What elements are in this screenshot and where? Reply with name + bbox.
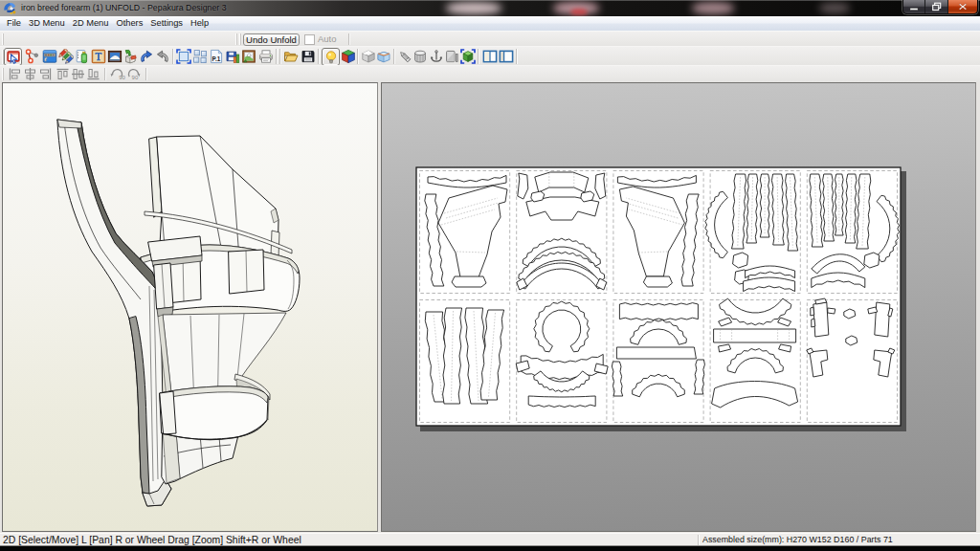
auto-checkbox[interactable] (304, 34, 315, 45)
pattern-piece[interactable] (443, 308, 462, 404)
pattern-piece[interactable] (531, 191, 545, 202)
pattern-piece[interactable] (811, 307, 814, 316)
3d-model[interactable] (57, 120, 300, 506)
rotate-ccw-90-icon[interactable]: 90 (109, 67, 123, 81)
material-notepad-icon[interactable] (75, 49, 90, 64)
pattern-piece[interactable] (452, 276, 486, 287)
toolbar-grip (2, 33, 4, 45)
edit-pens-icon[interactable] (58, 49, 74, 64)
statusbar: 2D [Select/Move] L [Pan] R or Wheel Drag… (0, 533, 980, 546)
toolbar-separator (276, 49, 278, 64)
toolbar-separator (478, 49, 479, 64)
page-p1-icon[interactable]: P.1 (209, 49, 224, 64)
menu-settings[interactable]: Settings (146, 16, 187, 31)
panel-tablet-icon[interactable] (444, 49, 459, 64)
titlebar[interactable]: iron breed forearm (1) UNFOLD - Pepakura… (0, 0, 980, 16)
eraser-pencil-icon[interactable] (397, 49, 412, 64)
titlebar-reflection (819, 3, 850, 13)
pattern-piece[interactable] (828, 308, 835, 314)
work-area (0, 82, 980, 532)
close-button[interactable] (948, 0, 977, 13)
export-bitmap-icon[interactable] (225, 49, 240, 64)
minimize-button[interactable] (903, 0, 925, 13)
toolbar-grip (235, 33, 237, 45)
menu-file[interactable]: File (3, 16, 25, 31)
3d-window-settings-icon[interactable] (42, 49, 57, 64)
align-bottom-icon[interactable] (86, 67, 100, 81)
pattern-piece[interactable] (813, 302, 829, 337)
pattern-piece[interactable] (643, 276, 672, 287)
menu-others[interactable]: Others (112, 16, 146, 31)
light-bulb-toggle-icon[interactable] (322, 48, 340, 66)
save-icon[interactable] (301, 49, 316, 64)
layout-right-wide-icon[interactable] (499, 49, 514, 64)
menu-2d-menu[interactable]: 2D Menu (69, 16, 113, 31)
menu-help[interactable]: Help (187, 16, 212, 31)
2d-pattern-view[interactable] (381, 82, 976, 532)
select-move-tool-icon[interactable] (4, 48, 22, 66)
3d-model-canvas (3, 83, 377, 532)
pattern-piece[interactable] (771, 174, 784, 245)
svg-text:90: 90 (119, 75, 125, 80)
toolbar-separator (145, 68, 147, 80)
svg-text:90: 90 (132, 75, 139, 80)
svg-text:P.1: P.1 (212, 55, 221, 62)
screen-bottom-strip (0, 545, 980, 551)
print-icon[interactable] (258, 49, 274, 64)
toolbar-separator (279, 49, 281, 64)
align-middle-icon[interactable] (71, 67, 85, 81)
select-edge-tool-icon[interactable] (25, 49, 40, 64)
rotate-cw-90-icon[interactable]: 90 (125, 67, 140, 81)
box-silver-icon[interactable] (361, 49, 376, 64)
pattern-piece[interactable] (864, 253, 880, 268)
pattern-piece[interactable] (528, 396, 595, 408)
maximize-button[interactable] (925, 0, 948, 13)
pattern-piece[interactable] (812, 319, 815, 327)
cylinder-icon[interactable] (412, 49, 428, 64)
select-area-icon[interactable] (176, 49, 191, 64)
layout-split-even-icon[interactable] (482, 49, 498, 64)
toolbar-separator (357, 49, 359, 64)
toolbar-grip (2, 68, 4, 80)
align-center-horizontal-icon[interactable] (23, 67, 37, 81)
toolbar-separator (172, 49, 174, 64)
open-folder-icon[interactable] (283, 49, 299, 64)
toolbar-main: P.1 (0, 46, 980, 66)
pattern-piece[interactable] (619, 303, 698, 320)
status-divider (698, 535, 700, 545)
pattern-piece[interactable] (616, 347, 696, 359)
undo-icon[interactable] (139, 49, 154, 64)
pattern-piece[interactable] (714, 329, 796, 342)
model-face (57, 120, 81, 128)
background-image-icon[interactable] (107, 49, 122, 64)
toolbar-align: 90 90 (0, 65, 980, 83)
texture-text-icon[interactable] (91, 49, 106, 64)
titlebar-reflection (570, 9, 588, 15)
3d-model-view[interactable] (2, 82, 378, 532)
toolbar-separator (393, 49, 395, 64)
undo-unfold-button[interactable]: Undo Unfold (243, 33, 300, 46)
pattern-piece[interactable] (875, 302, 890, 337)
model-face (154, 263, 173, 309)
pattern-piece[interactable] (733, 253, 748, 268)
unfold-box-icon[interactable] (122, 49, 138, 64)
app-icon[interactable] (3, 1, 17, 15)
pattern-piece[interactable] (581, 191, 594, 202)
redo-icon[interactable] (155, 49, 170, 64)
toolbar-separator (318, 49, 320, 64)
box-open-blue-icon[interactable] (376, 49, 391, 64)
align-top-icon[interactable] (56, 67, 70, 81)
titlebar-reflection (446, 2, 501, 14)
menu-3d-menu[interactable]: 3D Menu (25, 16, 69, 31)
anchor-icon[interactable] (429, 49, 444, 64)
arrange-parts-icon[interactable] (192, 49, 208, 64)
caption-buttons (902, 0, 978, 14)
texture-cube-icon[interactable] (341, 49, 356, 64)
toolbar-undo-unfold: Undo Unfold Auto (0, 31, 980, 47)
align-left-icon[interactable] (8, 67, 22, 81)
auto-checkbox-label: Auto (318, 33, 337, 44)
toolbar-separator (104, 68, 106, 80)
align-right-icon[interactable] (38, 67, 53, 81)
cube-selected-icon[interactable] (460, 49, 476, 64)
print-preview-icon[interactable] (241, 49, 256, 64)
